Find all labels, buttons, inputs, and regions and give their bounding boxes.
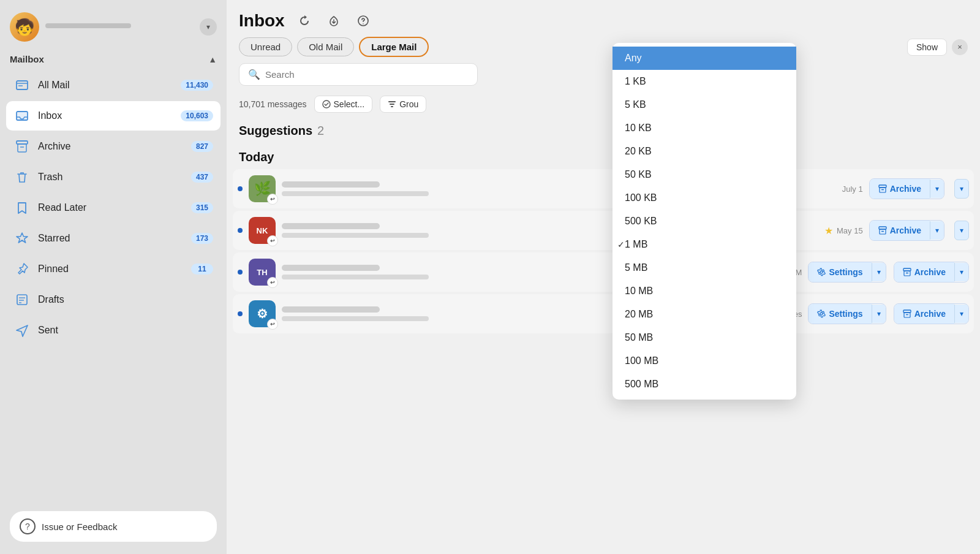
archive-button[interactable]: Archive [870, 179, 930, 199]
search-box[interactable]: 🔍 [239, 63, 478, 86]
help-button[interactable] [353, 11, 373, 31]
sidebar-item-all-mail[interactable]: All Mail 11,430 [6, 70, 221, 100]
archive-expand-button[interactable]: ▾ [930, 221, 944, 240]
sidebar-nav: All Mail 11,430 Inbox 10,603 [0, 69, 227, 504]
feedback-label: Issue or Feedback [42, 522, 117, 532]
close-button[interactable]: × [952, 39, 968, 55]
svg-rect-8 [17, 295, 27, 305]
dropdown-item-10kb[interactable]: 10 KB [612, 116, 796, 140]
sidebar-item-badge: 315 [191, 202, 213, 213]
email-actions: Archive ▾ ▾ [869, 220, 969, 241]
sidebar-item-starred[interactable]: Starred 173 [6, 224, 221, 253]
feedback-button[interactable]: ? Issue or Feedback [10, 511, 217, 542]
sidebar-item-read-later[interactable]: Read Later 315 [6, 193, 221, 222]
sidebar-item-badge: 827 [191, 141, 213, 152]
archive-expand-button[interactable]: ▾ [930, 180, 944, 198]
sidebar-item-inbox[interactable]: Inbox 10,603 [6, 101, 221, 131]
dropdown-item-20mb[interactable]: 20 MB [612, 303, 796, 326]
archive-button[interactable]: Archive [894, 262, 954, 282]
all-mail-icon [13, 77, 31, 94]
dropdown-item-any[interactable]: Any [612, 47, 796, 70]
collapse-button[interactable]: ▲ [208, 55, 217, 64]
dropdown-item-10mb[interactable]: 10 MB [612, 279, 796, 303]
unread-indicator [238, 270, 243, 275]
dropdown-item-label: 20 MB [625, 309, 653, 320]
svg-rect-17 [391, 106, 393, 107]
dropdown-item-500mb[interactable]: 500 MB [612, 373, 796, 396]
dropdown-item-100mb[interactable]: 100 MB [612, 349, 796, 373]
search-input[interactable] [265, 69, 469, 80]
favorite-button[interactable] [324, 11, 344, 31]
sidebar-item-badge: 11,430 [181, 80, 213, 91]
dropdown-item-5mb[interactable]: 5 MB [612, 256, 796, 279]
sidebar-item-pinned[interactable]: Pinned 11 [6, 254, 221, 284]
archive-action-group: Archive ▾ [894, 303, 969, 324]
settings-expand-button[interactable]: ▾ [872, 305, 886, 323]
email-subject-bar [282, 316, 429, 321]
dropdown-item-label: 5 KB [625, 99, 646, 110]
account-bar [45, 23, 131, 28]
group-button[interactable]: Grou [380, 96, 426, 113]
settings-expand-button[interactable]: ▾ [872, 263, 886, 281]
dropdown-item-100kb[interactable]: 100 KB [612, 186, 796, 210]
message-count: 10,701 messages [239, 99, 307, 109]
sidebar-item-badge: 173 [191, 233, 213, 244]
sidebar-item-archive[interactable]: Archive 827 [6, 132, 221, 161]
email-list: Suggestions 2 Today 🌿 ↩ July 1 [227, 116, 980, 554]
dropdown-item-label: 20 KB [625, 146, 652, 157]
star-icon[interactable]: ★ [824, 225, 833, 237]
table-row[interactable]: NK ↩ ★ May 15 [233, 211, 974, 250]
settings-action-group: Settings ▾ [808, 303, 886, 324]
tab-unread[interactable]: Unread [239, 37, 292, 56]
dropdown-item-label: 50 MB [625, 332, 653, 343]
sidebar-item-sent[interactable]: Sent [6, 316, 221, 345]
archive-expand-button[interactable]: ▾ [954, 305, 968, 323]
dropdown-item-20kb[interactable]: 20 KB [612, 140, 796, 163]
table-row[interactable]: TH ↩ 7 messages May 30, 2022 – 4:49 PM [233, 252, 974, 292]
table-row[interactable]: ⚙ ↩ 187 messages Settings [233, 294, 974, 333]
select-label: Select... [334, 99, 365, 109]
sidebar-item-badge: 11 [191, 264, 213, 275]
select-button[interactable]: Select... [314, 96, 373, 113]
dropdown-item-label: 100 MB [625, 355, 658, 366]
settings-label: Settings [829, 267, 862, 277]
account-chevron-icon[interactable]: ▾ [200, 18, 217, 36]
tab-old-mail[interactable]: Old Mail [297, 37, 354, 56]
table-row[interactable]: 🌿 ↩ July 1 Archive [233, 169, 974, 208]
sender-avatar: 🌿 ↩ [249, 175, 276, 202]
sidebar-header: 🧒 ▾ [0, 7, 227, 51]
svg-rect-24 [903, 268, 911, 271]
dropdown-item-label: 10 KB [625, 123, 652, 134]
archive-button[interactable]: Archive [894, 304, 954, 324]
archive-action-group: Archive ▾ [869, 220, 944, 241]
archive-button[interactable]: Archive [870, 221, 930, 240]
search-icon: 🔍 [248, 69, 260, 80]
email-more-button[interactable]: ▾ [954, 179, 969, 199]
email-subject-bar [282, 191, 429, 196]
svg-rect-16 [390, 104, 394, 105]
tab-large-mail[interactable]: Large Mail [359, 37, 429, 57]
account-info [45, 23, 194, 31]
dropdown-item-label: 500 KB [625, 216, 657, 227]
main-content: Inbox Unread Old Mail Large Mail Show × [227, 0, 980, 554]
dropdown-item-50kb[interactable]: 50 KB [612, 163, 796, 186]
refresh-button[interactable] [295, 11, 314, 31]
dropdown-item-label: 10 MB [625, 286, 653, 297]
settings-button[interactable]: Settings [809, 304, 871, 324]
settings-button[interactable]: Settings [809, 262, 871, 282]
sidebar-item-trash[interactable]: Trash 437 [6, 162, 221, 192]
show-button[interactable]: Show [907, 39, 947, 56]
dropdown-item-500kb[interactable]: 500 KB [612, 210, 796, 233]
dropdown-item-5kb[interactable]: 5 KB [612, 93, 796, 116]
dropdown-item-50mb[interactable]: 50 MB [612, 326, 796, 349]
avatar[interactable]: 🧒 [10, 12, 39, 42]
sidebar-item-drafts[interactable]: Drafts [6, 285, 221, 314]
archive-expand-button[interactable]: ▾ [954, 263, 968, 281]
sidebar-item-label: Read Later [38, 202, 184, 213]
dropdown-item-1mb[interactable]: 1 MB [612, 233, 796, 256]
sidebar-item-badge: 437 [191, 172, 213, 183]
today-label: Today [239, 150, 274, 164]
dropdown-item-1kb[interactable]: 1 KB [612, 70, 796, 93]
email-content [282, 265, 659, 279]
email-more-button[interactable]: ▾ [954, 221, 969, 240]
